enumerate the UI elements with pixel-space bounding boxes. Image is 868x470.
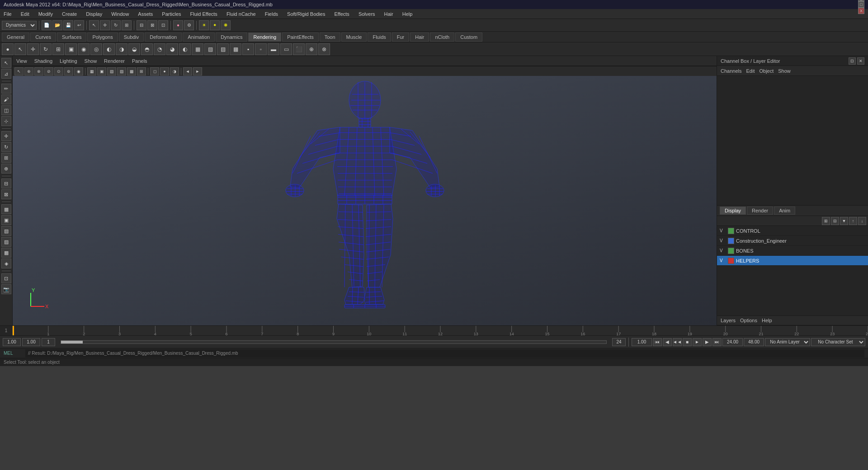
lm-help[interactable]: Help (762, 318, 772, 323)
vp-mode5[interactable]: ⊙ (54, 67, 63, 75)
vp-mode3[interactable]: ⊗ (34, 67, 43, 75)
snap-button[interactable]: ⊡ (1, 273, 11, 283)
shelf-icon12[interactable]: ▧ (204, 43, 216, 55)
tab-rendering[interactable]: Rendering (248, 33, 281, 42)
shelf-rotate[interactable]: ↻ (40, 43, 52, 55)
shelf-icon7[interactable]: ◓ (141, 43, 153, 55)
lm-layers[interactable]: Layers (721, 318, 736, 323)
render-current[interactable]: ● (173, 20, 183, 30)
menu-display[interactable]: Display (84, 10, 104, 18)
frame-end-input[interactable] (612, 338, 626, 346)
sculpt-tool-button[interactable]: ⊹ (1, 116, 11, 126)
shelf-icon3[interactable]: ◎ (90, 43, 102, 55)
display-mode4[interactable]: ▨ (1, 237, 11, 247)
shelf-icon1[interactable]: ▣ (65, 43, 77, 55)
stop-button[interactable]: ■ (683, 338, 692, 346)
snap-point[interactable]: ⊡ (158, 20, 168, 30)
universal-tool-button[interactable]: ⊕ (1, 164, 11, 174)
layer-row-control[interactable]: V CONTROL (717, 226, 868, 236)
camera-button[interactable]: 📷 (1, 284, 11, 294)
layer-row-bones[interactable]: V BONES (717, 246, 868, 256)
new-scene-button[interactable]: 📄 (42, 20, 52, 30)
shelf-move[interactable]: ✛ (27, 43, 39, 55)
eraser-tool-button[interactable]: ◫ (1, 105, 11, 115)
lm-options[interactable]: Options (740, 318, 757, 323)
vp-menu-panels[interactable]: Panels (132, 58, 147, 64)
lasso-tool-button[interactable]: ⊿ (1, 69, 11, 79)
display-mode5[interactable]: ▩ (1, 248, 11, 258)
layer-down-button[interactable]: ↓ (858, 217, 866, 225)
vp-menu-shading[interactable]: Shading (34, 58, 52, 64)
menu-soft-rigid[interactable]: Soft/Rigid Bodies (285, 10, 327, 18)
vp-menu-lighting[interactable]: Lighting (60, 58, 77, 64)
cb-menu-object[interactable]: Object (759, 68, 774, 74)
save-button[interactable]: 💾 (63, 20, 73, 30)
layer-visibility-control[interactable]: V (720, 228, 726, 233)
tab-toon[interactable]: Toon (320, 33, 340, 42)
vp-display1[interactable]: ▦ (87, 67, 96, 75)
menu-create[interactable]: Create (60, 10, 79, 18)
menu-fluid-effects[interactable]: Fluid Effects (189, 10, 219, 18)
vp-display2[interactable]: ▣ (97, 67, 106, 75)
shelf-icon6[interactable]: ◒ (128, 43, 140, 55)
layer-visibility-construction[interactable]: V (720, 238, 726, 243)
layer-row-helpers[interactable]: V HELPERS (717, 256, 868, 266)
frame-current-input[interactable] (42, 338, 55, 346)
menu-fields[interactable]: Fields (263, 10, 280, 18)
select-tool[interactable]: ↖ (89, 20, 99, 30)
menu-assets[interactable]: Assets (136, 10, 155, 18)
shelf-icon5[interactable]: ◑ (116, 43, 127, 55)
scale-tool-button[interactable]: ⊞ (1, 153, 11, 163)
tab-dynamics[interactable]: Dynamics (216, 33, 247, 42)
vp-select-mode[interactable]: ↖ (14, 67, 24, 75)
shelf-icon14[interactable]: ▩ (230, 43, 241, 55)
light2-icon[interactable]: ✦ (210, 20, 220, 30)
tab-curves[interactable]: Curves (30, 33, 56, 42)
go-end-button[interactable]: ⏭ (712, 338, 722, 346)
shelf-scale[interactable]: ⊞ (52, 43, 64, 55)
anim-end-input[interactable] (722, 338, 743, 346)
layer-visibility-bones[interactable]: V (720, 248, 726, 253)
shelf-icon17[interactable]: ▬ (268, 43, 279, 55)
layer-visibility-helpers[interactable]: V (720, 258, 726, 263)
tab-deformation[interactable]: Deformation (145, 33, 182, 42)
select-tool-button[interactable]: ↖ (1, 58, 11, 68)
layer-new-button[interactable]: ⊞ (822, 217, 830, 225)
tab-ncloth[interactable]: nCloth (430, 33, 454, 42)
scale-tool[interactable]: ⊞ (122, 20, 132, 30)
vp-mode7[interactable]: ◉ (74, 67, 83, 75)
object-mode-button[interactable]: ⊠ (1, 189, 11, 199)
tab-fluids[interactable]: Fluids (368, 33, 391, 42)
vp-smooth[interactable]: ● (160, 67, 169, 75)
light3-icon[interactable]: ❋ (221, 20, 231, 30)
shelf-icon4[interactable]: ◐ (103, 43, 115, 55)
paint-tool-button[interactable]: ✏ (1, 84, 11, 94)
display-mode1[interactable]: ▦ (1, 204, 11, 214)
vp-wire[interactable]: ◻ (150, 67, 159, 75)
tab-polygons[interactable]: Polygons (87, 33, 118, 42)
shelf-icon18[interactable]: ▭ (280, 43, 292, 55)
timeline-scrubbar[interactable] (61, 340, 607, 344)
tab-muscle[interactable]: Muscle (341, 33, 367, 42)
menu-help[interactable]: Help (401, 10, 415, 18)
go-start-button[interactable]: ⏮ (653, 338, 662, 346)
display-mode3[interactable]: ▧ (1, 226, 11, 236)
char-set-select[interactable]: No Character Set (811, 338, 865, 346)
vp-display6[interactable]: ⊞ (137, 67, 146, 75)
layer-row-construction[interactable]: V Construction_Engineer (717, 236, 868, 246)
rotate-tool-button[interactable]: ↻ (1, 142, 11, 152)
vp-shade-wire[interactable]: ◑ (170, 67, 179, 75)
vp-mode4[interactable]: ⊘ (44, 67, 53, 75)
vp-mode2[interactable]: ⊕ (24, 67, 33, 75)
shelf-icon8[interactable]: ◔ (154, 43, 165, 55)
vp-display3[interactable]: ▧ (107, 67, 116, 75)
vp-menu-renderer[interactable]: Renderer (104, 58, 125, 64)
move-tool[interactable]: ✛ (100, 20, 110, 30)
display-mode2[interactable]: ▣ (1, 215, 11, 225)
tab-animation[interactable]: Animation (183, 33, 215, 42)
cb-menu-show[interactable]: Show (778, 68, 791, 74)
snap-grid[interactable]: ⊟ (137, 20, 146, 30)
tab-display[interactable]: Display (720, 207, 746, 215)
layer-delete-button[interactable]: ⊟ (831, 217, 839, 225)
tab-general[interactable]: General (2, 33, 29, 42)
